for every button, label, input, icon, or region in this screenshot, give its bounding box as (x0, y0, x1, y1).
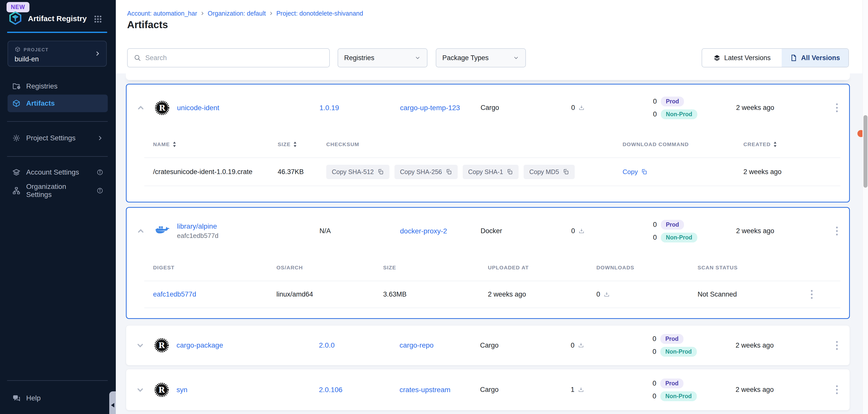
created-at: 2 weeks ago (736, 227, 825, 235)
expand-row-button[interactable] (126, 386, 154, 394)
artifact-name-link[interactable]: syn (177, 386, 188, 393)
collapse-row-button[interactable] (127, 227, 155, 235)
downloads-count: 1 (571, 386, 575, 393)
nonprod-count: 0 (653, 234, 657, 241)
all-versions-button[interactable]: All Versions (782, 49, 848, 67)
sidebar-item-project-settings[interactable]: Project Settings (7, 129, 108, 147)
sort-icon[interactable] (173, 141, 177, 148)
artifact-name-link[interactable]: library/alpine (177, 222, 319, 230)
row-menu-kebab-icon[interactable] (824, 383, 849, 396)
environments-cell: 0Prod 0Non-Prod (652, 379, 736, 401)
copy-download-command-link[interactable]: Copy (623, 168, 743, 176)
sidebar-item-organization-settings[interactable]: Organization Settings (7, 182, 108, 200)
sidebar: NEW Artifact Registry (0, 0, 116, 414)
svg-text:R: R (158, 385, 165, 394)
breadcrumb-separator: › (201, 9, 204, 18)
manifest-row: eafc1edb577d linux/amd64 3.63MB 2 weeks … (127, 281, 849, 308)
artifact-name-link[interactable]: unicode-ident (177, 104, 219, 112)
file-size: 46.37KB (278, 168, 326, 176)
column-header-created: CREATED (743, 141, 771, 147)
sort-icon[interactable] (293, 141, 297, 148)
digest-link[interactable]: eafc1edb577d (153, 290, 196, 298)
package-type: Cargo (480, 386, 571, 393)
artifact-version-link[interactable]: 1.0.19 (319, 104, 339, 112)
nonprod-badge: Non-Prod (661, 233, 697, 242)
artifact-registry-link[interactable]: crates-upstream (400, 386, 451, 393)
manifest-downloads-count: 0 (596, 290, 600, 298)
sidebar-divider (7, 156, 108, 157)
sidebar-divider (7, 380, 108, 381)
sidebar-item-registries[interactable]: Registries (7, 77, 108, 95)
sidebar-item-help[interactable]: ? Help (7, 389, 108, 407)
artifact-row: R syn 2.0.106 crates-upstream Cargo 1 0P… (126, 369, 849, 410)
download-icon (578, 342, 585, 349)
project-label: PROJECT (24, 47, 49, 53)
brand: Artifact Registry (8, 11, 87, 26)
new-badge: NEW (6, 2, 29, 12)
expand-row-button[interactable] (126, 341, 154, 350)
manifest-size: 3.63MB (383, 290, 488, 298)
artifact-card-library-alpine: library/alpine eafc1edb577d N/A docker-p… (126, 207, 850, 319)
info-icon[interactable] (97, 169, 103, 176)
scrollbar-thumb[interactable] (864, 115, 868, 187)
row-menu-kebab-icon[interactable] (825, 101, 849, 115)
svg-text:R: R (158, 341, 165, 350)
download-icon (578, 228, 585, 235)
package-types-filter-dropdown[interactable]: Package Types (436, 48, 526, 67)
copy-md5-button[interactable]: Copy MD5 (524, 165, 575, 179)
artifact-registry-link[interactable]: docker-proxy-2 (400, 227, 447, 235)
artifact-name-link[interactable]: cargo-package (177, 341, 223, 349)
artifact-version-link[interactable]: 2.0.106 (319, 386, 342, 393)
copy-icon (641, 169, 648, 175)
row-menu-kebab-icon[interactable] (824, 339, 849, 352)
prod-count: 0 (653, 98, 657, 105)
copy-sha1-button[interactable]: Copy SHA-1 (463, 165, 519, 179)
copy-icon (445, 169, 452, 175)
copy-sha512-button[interactable]: Copy SHA-512 (326, 165, 390, 179)
app-switcher-grid-icon[interactable] (93, 14, 103, 24)
prod-count: 0 (652, 380, 656, 387)
breadcrumb: Account: automation_har › Organization: … (127, 9, 363, 18)
prod-count: 0 (652, 335, 656, 343)
sidebar-item-label: Account Settings (26, 168, 79, 176)
column-header-size: SIZE (383, 265, 488, 271)
package-type: Cargo (480, 104, 571, 112)
registries-filter-dropdown[interactable]: Registries (338, 48, 428, 67)
nonprod-badge: Non-Prod (660, 391, 697, 401)
column-header-scan-status: SCAN STATUS (698, 265, 808, 271)
package-type: Docker (480, 227, 571, 235)
chevron-up-icon (136, 227, 145, 235)
prod-badge: Prod (661, 97, 684, 106)
artifact-registry-link[interactable]: cargo-repo (400, 341, 434, 349)
sort-icon[interactable] (773, 141, 777, 148)
manifest-menu-kebab-icon[interactable] (808, 287, 815, 301)
collapse-row-button[interactable] (127, 104, 155, 112)
breadcrumb-org-link[interactable]: Organization: default (208, 10, 266, 17)
latest-versions-label: Latest Versions (724, 54, 771, 62)
row-menu-kebab-icon[interactable] (825, 224, 849, 238)
chevron-down-icon (414, 55, 421, 61)
artifact-row: library/alpine eafc1edb577d N/A docker-p… (127, 208, 849, 254)
search-input[interactable] (145, 54, 323, 62)
artifacts-cube-icon (12, 99, 21, 108)
breadcrumb-project-link[interactable]: Project: donotdelete-shivanand (276, 10, 363, 17)
downloads-count: 0 (571, 227, 575, 235)
artifact-registry-link[interactable]: cargo-up-temp-123 (400, 104, 460, 112)
files-table-header: NAME SIZE CHECKSUM DOWNLOAD COMMAND CREA… (127, 131, 849, 158)
latest-versions-button[interactable]: Latest Versions (702, 49, 782, 67)
column-header-os-arch: OS/ARCH (276, 265, 383, 271)
artifacts-list: R unicode-ident 1.0.19 cargo-up-temp-123… (116, 73, 868, 414)
scrollbar-track[interactable] (863, 0, 868, 414)
sidebar-collapse-handle[interactable] (109, 391, 116, 414)
sidebar-item-artifacts[interactable]: Artifacts (7, 95, 108, 112)
document-icon (790, 54, 798, 62)
sidebar-item-account-settings[interactable]: Account Settings (7, 164, 108, 181)
copy-sha256-button[interactable]: Copy SHA-256 (395, 165, 458, 179)
svg-text:?: ? (14, 395, 17, 399)
breadcrumb-account-link[interactable]: Account: automation_har (127, 10, 197, 17)
project-selector[interactable]: PROJECT build-en (7, 41, 107, 67)
artifact-version-link[interactable]: 2.0.0 (319, 341, 335, 349)
info-icon[interactable] (97, 187, 103, 194)
table-divider (144, 308, 840, 308)
artifact-row: R unicode-ident 1.0.19 cargo-up-temp-123… (127, 84, 849, 131)
